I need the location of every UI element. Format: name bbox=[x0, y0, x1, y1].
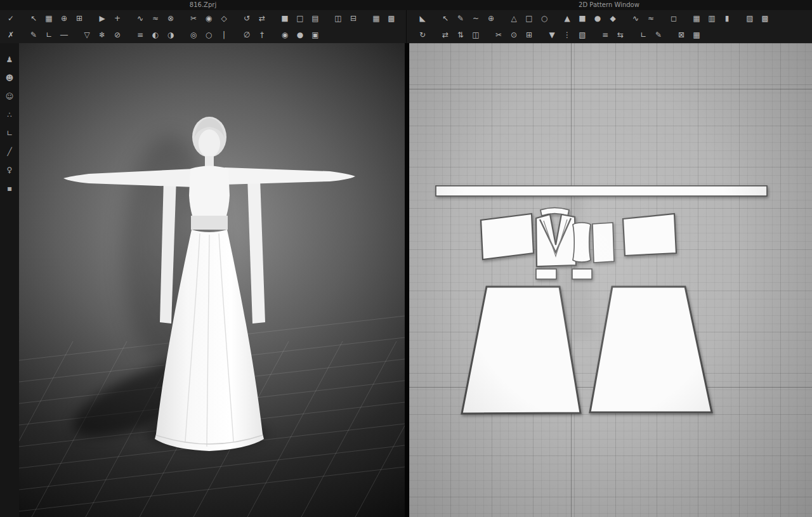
solid-view-icon[interactable]: ■ bbox=[278, 12, 292, 25]
capture-icon[interactable]: ▣ bbox=[308, 29, 322, 41]
garment-waistband[interactable] bbox=[191, 216, 228, 230]
pattern-side-panel[interactable] bbox=[573, 223, 591, 262]
window-divider[interactable] bbox=[405, 43, 409, 517]
dart-tool-icon[interactable]: ◆ bbox=[606, 12, 620, 25]
transform-pattern-icon[interactable]: ↖ bbox=[438, 12, 452, 25]
edit-sewing-icon[interactable]: ✎ bbox=[27, 29, 41, 41]
sync-windows-icon[interactable]: ⇄ bbox=[255, 12, 269, 25]
internal-circle-icon[interactable]: ● bbox=[591, 12, 605, 25]
split-horizontal-icon[interactable]: ◫ bbox=[331, 12, 345, 25]
pattern-cuff-right[interactable] bbox=[572, 269, 592, 279]
show-avatar-icon[interactable]: ☻ bbox=[3, 72, 16, 84]
circle-tool-icon[interactable]: ○ bbox=[537, 12, 551, 25]
notch-tool-icon[interactable]: ▼ bbox=[545, 29, 559, 41]
camera-icon[interactable]: ◉ bbox=[278, 29, 292, 41]
steam-icon[interactable]: ≡ bbox=[133, 29, 147, 41]
corner-ruler-icon[interactable]: ∟ bbox=[3, 127, 16, 140]
trace-pattern-icon[interactable]: ⊙ bbox=[507, 29, 521, 41]
show-pattern-tools-icon[interactable]: ◣ bbox=[416, 12, 429, 25]
cancel-icon[interactable]: ✗ bbox=[4, 29, 18, 41]
arrangement-points-icon[interactable]: ∴ bbox=[3, 108, 16, 121]
wireframe-view-icon[interactable]: □ bbox=[293, 12, 307, 25]
zoom-fit-icon[interactable]: ⊠ bbox=[674, 29, 688, 41]
internal-polygon-icon[interactable]: ▲ bbox=[560, 12, 574, 25]
pleat-tool-icon[interactable]: ⋮ bbox=[560, 29, 574, 41]
snap-grid-icon[interactable]: ▦ bbox=[690, 29, 704, 41]
avatar-skin-icon[interactable]: ☺ bbox=[3, 90, 16, 103]
column-view-icon[interactable]: ▮ bbox=[720, 12, 734, 25]
texture-view-icon[interactable]: ▤ bbox=[308, 12, 322, 25]
pattern-grid-icon[interactable]: ▩ bbox=[758, 12, 772, 25]
reset-pose-icon[interactable]: ↺ bbox=[240, 12, 254, 25]
measure-2d-icon[interactable]: ∟ bbox=[636, 29, 650, 41]
avatar-arm-right[interactable] bbox=[225, 167, 355, 185]
select-mesh-icon[interactable]: ▦ bbox=[42, 12, 56, 25]
needle-icon[interactable]: † bbox=[255, 29, 269, 41]
fixed-pin-icon[interactable]: ⊕ bbox=[57, 12, 71, 25]
freeze-icon[interactable]: ❄ bbox=[95, 29, 109, 41]
pattern-sleeve-left[interactable] bbox=[481, 214, 534, 259]
avatar-arm-left[interactable] bbox=[63, 169, 194, 187]
tack-icon[interactable]: ◉ bbox=[202, 12, 216, 25]
garment-top[interactable] bbox=[189, 166, 230, 216]
texture-editor-icon[interactable]: ▦ bbox=[690, 12, 704, 25]
pattern-waistband[interactable] bbox=[436, 186, 767, 196]
cut-segment-icon[interactable]: ✂ bbox=[492, 29, 506, 41]
edit-measure-icon[interactable]: ∟ bbox=[42, 29, 56, 41]
polygon-tool-icon[interactable]: △ bbox=[507, 12, 521, 25]
pin-box-icon[interactable]: ⊞ bbox=[72, 12, 86, 25]
sash-right[interactable] bbox=[247, 178, 265, 324]
distribute-icon[interactable]: ⇆ bbox=[613, 29, 627, 41]
fold-arrange-icon[interactable]: ◇ bbox=[217, 12, 231, 25]
mirror-paste-icon[interactable]: ◫ bbox=[469, 29, 483, 41]
free-sew-icon[interactable]: ≈ bbox=[148, 12, 162, 25]
select-move-icon[interactable]: ↖ bbox=[27, 12, 41, 25]
free-sewing-2d-icon[interactable]: ≈ bbox=[644, 12, 658, 25]
shrink-icon[interactable]: ◑ bbox=[164, 29, 178, 41]
add-point-icon[interactable]: ⊕ bbox=[484, 12, 498, 25]
grading-tool-icon[interactable]: ▧ bbox=[575, 29, 589, 41]
pattern-bodice-front[interactable] bbox=[536, 214, 576, 266]
edit-pattern-icon[interactable]: ✎ bbox=[454, 12, 468, 25]
edit-curvature-icon[interactable]: ~ bbox=[469, 12, 483, 25]
segment-sewing-2d-icon[interactable]: ∿ bbox=[629, 12, 643, 25]
mannequin-icon[interactable]: ♀ bbox=[3, 164, 16, 176]
safety-pin-icon[interactable]: ∅ bbox=[240, 29, 254, 41]
confirm-icon[interactable]: ✓ bbox=[4, 12, 18, 25]
show-garment-icon[interactable]: ♟ bbox=[3, 53, 16, 66]
avatar-tape-icon[interactable]: ◎ bbox=[187, 29, 200, 41]
flatten-icon[interactable]: ▽ bbox=[80, 29, 94, 41]
seam-allowance-icon[interactable]: ◻ bbox=[667, 12, 681, 25]
circumference-tape-icon[interactable]: ○ bbox=[202, 29, 216, 41]
rotate-pattern-icon[interactable]: ↻ bbox=[416, 29, 429, 41]
flip-vertical-icon[interactable]: ⇅ bbox=[454, 29, 468, 41]
deactivate-icon[interactable]: ⊘ bbox=[110, 29, 124, 41]
rectangle-tool-icon[interactable]: □ bbox=[522, 12, 536, 25]
3d-garment-viewport[interactable] bbox=[19, 43, 405, 517]
annotate-icon[interactable]: ✎ bbox=[652, 29, 665, 41]
pattern-front-panel[interactable] bbox=[593, 223, 614, 263]
split-vertical-icon[interactable]: ⊟ bbox=[346, 12, 360, 25]
clone-pattern-icon[interactable]: ⊞ bbox=[522, 29, 536, 41]
tape-icon[interactable]: ▪ bbox=[3, 182, 16, 195]
internal-rectangle-icon[interactable]: ■ bbox=[575, 12, 589, 25]
flip-horizontal-icon[interactable]: ⇄ bbox=[438, 29, 452, 41]
tape-measure-icon[interactable]: ― bbox=[57, 29, 71, 41]
pattern-skirt-right[interactable] bbox=[590, 287, 712, 412]
pressure-icon[interactable]: ◐ bbox=[148, 29, 162, 41]
grid-large-icon[interactable]: ▩ bbox=[384, 12, 398, 25]
grid-view-2d-icon[interactable]: ▥ bbox=[705, 12, 719, 25]
pattern-sleeve-right[interactable] bbox=[623, 214, 676, 256]
drag-cloth-icon[interactable]: + bbox=[110, 12, 124, 25]
pattern-skirt-left[interactable] bbox=[462, 287, 580, 414]
length-tape-icon[interactable]: | bbox=[217, 29, 231, 41]
2d-pattern-viewport[interactable] bbox=[409, 43, 812, 517]
scissors-icon[interactable]: ✂ bbox=[187, 12, 200, 25]
render-icon[interactable]: ● bbox=[293, 29, 307, 41]
pen-tool-icon[interactable]: ╱ bbox=[3, 145, 16, 158]
align-tools-icon[interactable]: ≡ bbox=[598, 29, 612, 41]
pattern-cuff-left[interactable] bbox=[536, 269, 556, 279]
simulate-icon[interactable]: ▶ bbox=[95, 12, 109, 25]
grid-small-icon[interactable]: ▦ bbox=[369, 12, 383, 25]
shade-view-icon[interactable]: ▨ bbox=[743, 12, 757, 25]
